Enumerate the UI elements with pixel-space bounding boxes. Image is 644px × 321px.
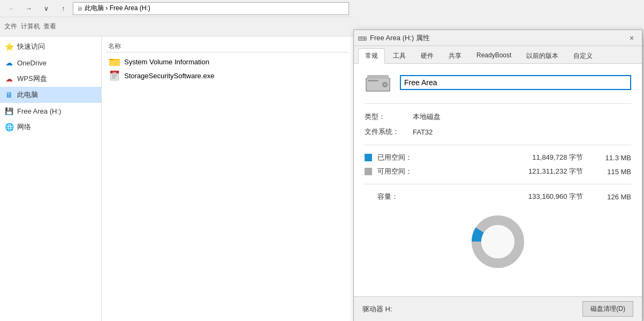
capacity-human: 126 MB [599,193,631,201]
onedrive-icon: ☁ [4,58,14,68]
wps-icon: ☁ [4,74,14,84]
svg-rect-8 [112,78,115,79]
tab-general[interactable]: 常规 [358,48,385,64]
list-item[interactable]: System Volume Information [106,55,349,69]
address-icon: 🖥 [77,5,82,12]
quick-access-icon: ⭐ [4,42,14,51]
toolbar-hint: 文件 计算机 查看 [4,22,56,31]
list-item[interactable]: EXE StorageSecuritySoftware.exe [106,69,349,83]
used-space-row: 已用空间： 11,849,728 字节 11.3 MB [365,151,631,165]
sidebar-item-wps[interactable]: ☁ WPS网盘 [0,71,101,87]
forward-button[interactable]: → [21,1,36,16]
free-color-box [365,168,372,175]
used-bytes: 11,849,728 字节 [426,153,594,162]
used-human: 11.3 MB [599,154,631,162]
capacity-label: 容量： [377,192,420,201]
used-label: 已用空间： [377,153,420,162]
svg-rect-15 [368,80,378,81]
sidebar-label-wps: WPS网盘 [17,74,47,84]
drive-header [365,72,631,93]
up-button[interactable]: ↑ [56,1,71,16]
sidebar-label-network: 网络 [17,122,31,132]
dialog-tabs: 常规 工具 硬件 共享 ReadyBoost 以前的版本 自定义 [354,46,642,64]
sidebar-label-onedrive: OneDrive [17,59,47,67]
dialog-titlebar: Free Area (H:) 属性 × [354,30,642,46]
tab-customize[interactable]: 自定义 [566,48,600,63]
dialog-body: 类型： 本地磁盘 文件系统： FAT32 已用空间： 11,849,728 字节… [354,64,642,296]
drive-name-input[interactable] [400,75,631,90]
tab-readyboost[interactable]: ReadyBoost [469,48,518,63]
file-name: StorageSecuritySoftware.exe [124,72,214,80]
svg-rect-7 [112,76,116,77]
svg-rect-6 [112,74,117,76]
dropdown-button[interactable]: ∨ [39,1,54,16]
capacity-row: 容量： 133,160,960 字节 126 MB [365,190,631,204]
svg-point-17 [383,83,387,86]
dialog-drive-icon [358,35,367,41]
donut-chart-container [365,212,631,271]
sidebar-label-free-area: Free Area (H:) [17,107,61,115]
free-area-drive-icon: 💾 [4,106,14,116]
file-name: System Volume Information [124,58,209,66]
svg-rect-2 [109,60,120,66]
divider-3 [365,184,631,184]
this-pc-icon: 🖥 [4,90,14,100]
sidebar-item-quick-access[interactable]: ⭐ 快速访问 [0,39,101,55]
drive-label: 驱动器 H: [362,304,392,314]
svg-point-21 [481,225,514,258]
free-bytes: 121,311,232 字节 [426,167,594,176]
tab-tools[interactable]: 工具 [386,48,413,63]
sidebar-item-onedrive[interactable]: ☁ OneDrive [0,55,101,71]
svg-rect-18 [367,75,389,79]
file-list: 名称 System Volume Information EXE [102,36,353,321]
svg-point-11 [364,38,366,39]
tab-share[interactable]: 共享 [442,48,468,63]
network-icon: 🌐 [4,122,14,132]
properties-dialog: Free Area (H:) 属性 × 常规 工具 硬件 共享 ReadyBoo… [353,29,642,321]
fs-value: FAT32 [413,128,433,136]
donut-chart [468,212,527,271]
cleanup-button[interactable]: 磁盘清理(D) [582,301,633,317]
dialog-close-button[interactable]: × [626,32,638,44]
sidebar-label-quick-access: 快速访问 [17,42,45,51]
tab-hardware[interactable]: 硬件 [414,48,441,63]
used-color-box [365,154,372,161]
svg-rect-12 [359,38,363,38]
capacity-spacer [365,193,372,200]
capacity-bytes: 133,160,960 字节 [426,192,594,201]
type-value: 本地磁盘 [413,112,441,122]
sidebar-item-this-pc[interactable]: 🖥 此电脑 [0,87,101,103]
svg-text:EXE: EXE [112,72,117,74]
type-label: 类型： [365,112,413,122]
back-button[interactable]: ← [4,1,19,16]
fs-label: 文件系统： [365,127,413,137]
filesystem-row: 文件系统： FAT32 [365,124,631,139]
sidebar-label-this-pc: 此电脑 [17,90,38,100]
drive-large-icon [365,72,391,93]
explorer-titlebar: ← → ∨ ↑ 🖥 此电脑 › Free Area (H:) [0,0,353,17]
address-bar[interactable]: 🖥 此电脑 › Free Area (H:) [73,2,349,15]
exe-icon: EXE [109,70,120,81]
tab-previous-versions[interactable]: 以前的版本 [519,48,565,63]
name-column-header: 名称 [108,42,121,51]
type-row: 类型： 本地磁盘 [365,109,631,124]
file-explorer-window: ← → ∨ ↑ 🖥 此电脑 › Free Area (H:) 文件 计算机 查看… [0,0,353,321]
divider-2 [365,145,631,145]
sidebar: ⭐ 快速访问 ☁ OneDrive ☁ WPS网盘 🖥 此电脑 💾 Free A… [0,36,102,321]
dialog-title-area: Free Area (H:) 属性 [358,33,430,43]
sidebar-item-network[interactable]: 🌐 网络 [0,119,101,135]
dialog-footer: 驱动器 H: 磁盘清理(D) [354,296,642,321]
explorer-toolbar: 文件 计算机 查看 [0,17,353,36]
divider-1 [365,103,631,104]
free-human: 115 MB [599,168,631,176]
folder-icon [109,56,120,67]
content-area: ⭐ 快速访问 ☁ OneDrive ☁ WPS网盘 🖥 此电脑 💾 Free A… [0,36,353,321]
sidebar-item-free-area[interactable]: 💾 Free Area (H:) [0,103,101,119]
file-list-header: 名称 [106,41,349,53]
free-space-row: 可用空间： 121,311,232 字节 115 MB [365,165,631,178]
free-label: 可用空间： [377,167,420,176]
address-text: 此电脑 › Free Area (H:) [85,4,150,13]
dialog-title-text: Free Area (H:) 属性 [370,33,430,43]
